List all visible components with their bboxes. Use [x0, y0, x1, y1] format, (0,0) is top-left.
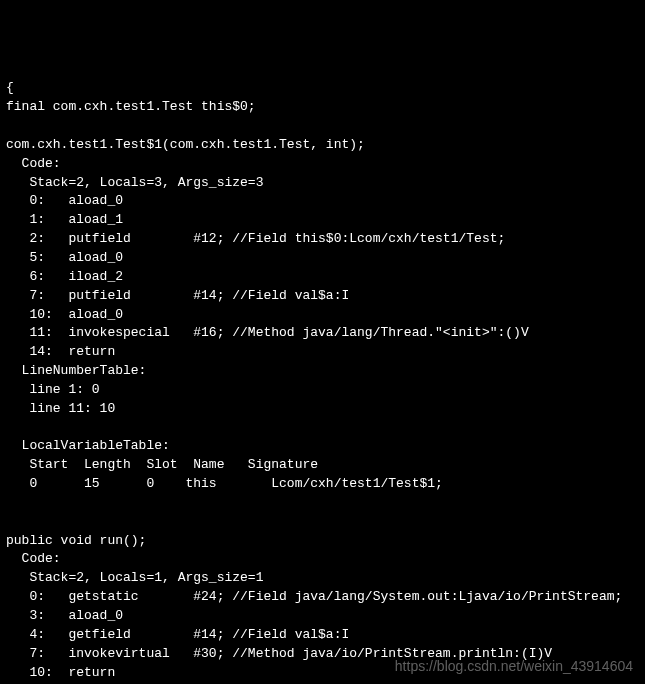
terminal-output: { final com.cxh.test1.Test this$0; com.c…: [6, 79, 639, 684]
watermark-text: https://blog.csdn.net/weixin_43914604: [395, 656, 633, 676]
